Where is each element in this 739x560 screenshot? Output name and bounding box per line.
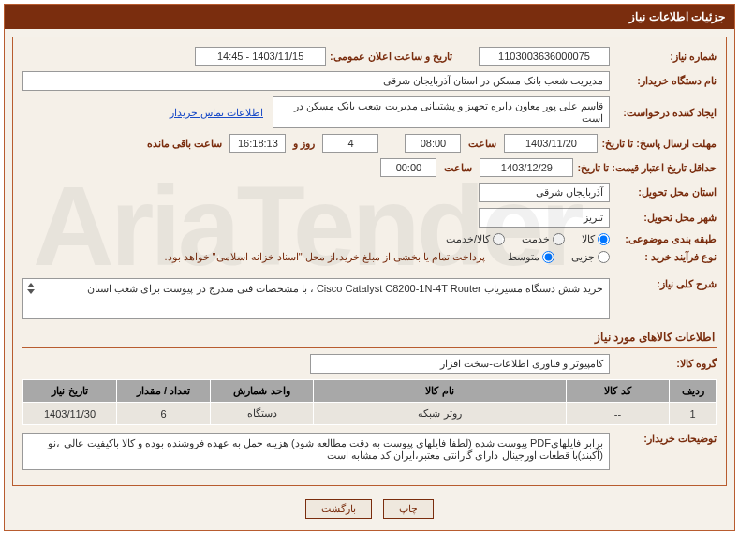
th-unit: واحد شمارش <box>211 380 314 403</box>
cell-name: روتر شبکه <box>314 403 567 425</box>
label-group: گروه کالا: <box>613 358 717 370</box>
radio-partial-label: جزیی <box>571 251 595 263</box>
radio-service-label: خدمت <box>522 233 550 245</box>
radio-medium-label: متوسط <box>508 251 539 263</box>
field-city: تبریز <box>479 208 610 228</box>
radio-medium-input[interactable] <box>542 251 554 263</box>
radio-service[interactable]: خدمت <box>522 233 565 245</box>
print-button[interactable]: چاپ <box>383 499 434 519</box>
label-validity: حداقل تاریخ اعتبار قیمت: تا تاریخ: <box>577 162 717 174</box>
field-announce-dt: 1403/11/15 - 14:45 <box>195 47 326 66</box>
th-code: کد کالا <box>567 380 670 403</box>
label-announce-dt: تاریخ و ساعت اعلان عمومی: <box>330 51 452 63</box>
radio-partial[interactable]: جزیی <box>571 251 610 263</box>
label-category: طبقه بندی موضوعی: <box>613 233 717 245</box>
field-requester: قاسم علی پور معاون دایره تجهیز و پشتیبان… <box>273 96 610 128</box>
field-summary: خرید شش دستگاه مسیریاب Cisco Catalyst C8… <box>22 278 610 319</box>
radio-goods[interactable]: کالا <box>582 233 610 245</box>
field-deadline-time: 08:00 <box>405 134 461 153</box>
field-buyer-notes: برابر فایلهایPDF پیوست شده (لطفا فایلهای… <box>22 433 610 470</box>
table-row: 1 -- روتر شبکه دستگاه 6 1403/11/30 <box>23 403 717 425</box>
field-days-left: 4 <box>322 134 378 153</box>
radio-medium[interactable]: متوسط <box>508 251 554 263</box>
cell-unit: دستگاه <box>211 403 314 425</box>
radio-goods-service-input[interactable] <box>493 233 505 245</box>
back-button[interactable]: بازگشت <box>305 499 372 519</box>
field-buyer-org: مدیریت شعب بانک مسکن در استان آذربایجان … <box>22 71 610 91</box>
cell-need-date: 1403/11/30 <box>23 403 117 425</box>
field-province: آذربایجان شرقی <box>479 183 610 202</box>
label-days-and: روز و <box>293 138 315 150</box>
label-requester: ایجاد کننده درخواست: <box>613 107 717 119</box>
label-summary: شرح کلی نیاز: <box>613 278 717 290</box>
chevron-up-icon[interactable] <box>27 283 35 287</box>
cell-code: -- <box>567 403 670 425</box>
radio-goods-service-label: کالا/خدمت <box>446 233 490 245</box>
chevron-down-icon[interactable] <box>27 289 35 294</box>
field-deadline-date: 1403/11/20 <box>504 134 598 153</box>
cell-qty: 6 <box>117 403 211 425</box>
page-title: جزئیات اطلاعات نیاز <box>5 5 734 29</box>
label-deadline: مهلت ارسال پاسخ: تا تاریخ: <box>601 138 717 150</box>
label-need-no: شماره نیاز: <box>613 51 717 63</box>
field-time-left-clock: 16:18:13 <box>229 134 286 153</box>
section-goods-title: اطلاعات کالاهای مورد نیاز <box>22 327 717 348</box>
field-group: کامپیوتر و فناوری اطلاعات-سخت افزار <box>310 354 610 374</box>
radio-goods-label: کالا <box>582 233 595 245</box>
payment-note: پرداخت تمام یا بخشی از مبلغ خرید،از محل … <box>164 251 485 263</box>
th-qty: تعداد / مقدار <box>117 380 211 403</box>
th-need-date: تاریخ نیاز <box>23 380 117 403</box>
label-time-1: ساعت <box>468 138 496 150</box>
field-validity-date: 1403/12/29 <box>480 158 573 177</box>
contact-buyer-link[interactable]: اطلاعات تماس خریدار <box>170 107 263 119</box>
label-time-left: ساعت باقی مانده <box>147 138 222 150</box>
field-validity-time: 00:00 <box>380 158 436 177</box>
table-header-row: ردیف کد کالا نام کالا واحد شمارش تعداد /… <box>23 380 717 403</box>
cell-row: 1 <box>670 403 717 425</box>
th-row: ردیف <box>670 380 717 403</box>
field-need-no: 1103003636000075 <box>479 47 610 66</box>
radio-service-input[interactable] <box>553 233 565 245</box>
label-buy-type: نوع فرآیند خرید : <box>613 251 717 263</box>
label-buyer-org: نام دستگاه خریدار: <box>613 75 717 87</box>
radio-partial-input[interactable] <box>598 251 610 263</box>
label-city: شهر محل تحویل: <box>613 212 717 224</box>
radio-goods-service[interactable]: کالا/خدمت <box>446 233 505 245</box>
spinner-icon[interactable] <box>27 283 35 294</box>
summary-text: خرید شش دستگاه مسیریاب Cisco Catalyst C8… <box>87 283 603 294</box>
radio-goods-input[interactable] <box>598 233 610 245</box>
label-time-2: ساعت <box>444 162 472 174</box>
label-buyer-notes: توضیحات خریدار: <box>613 433 717 445</box>
label-province: استان محل تحویل: <box>613 186 717 199</box>
th-name: نام کالا <box>314 380 567 403</box>
items-table: ردیف کد کالا نام کالا واحد شمارش تعداد /… <box>22 379 717 425</box>
